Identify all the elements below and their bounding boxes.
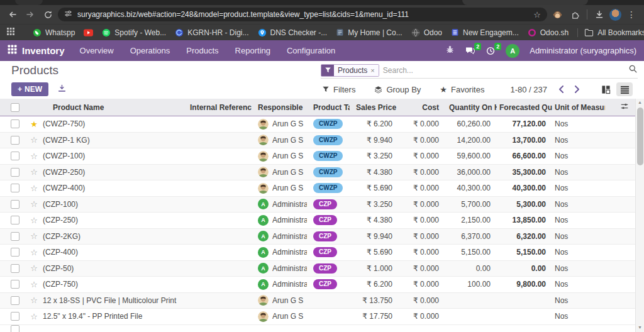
app-name[interactable]: Inventory [22, 45, 65, 56]
favorite-star-icon[interactable]: ☆ [29, 296, 39, 305]
activities-button[interactable]: 2 [486, 46, 496, 56]
bookmark-item[interactable] [84, 29, 93, 36]
monkey-extension-icon[interactable] [550, 7, 565, 22]
user-name[interactable]: Administrator (suryagraphics) [530, 46, 636, 55]
menu-reporting[interactable]: Reporting [235, 46, 270, 55]
favorite-star-icon[interactable]: ☆ [29, 167, 39, 177]
browser-tab[interactable] [15, 0, 43, 5]
bookmark-star-icon[interactable]: ☆ [533, 10, 541, 19]
row-checkbox[interactable] [11, 312, 19, 321]
row-checkbox[interactable] [11, 168, 19, 177]
table-row[interactable]: ☆(CWZP-1 KG)Arun G SCWZP₹ 9.940₹ 0.00014… [0, 133, 635, 149]
table-row-partial[interactable] [0, 325, 635, 332]
bookmark-item[interactable]: KGRN-HR - Digi... [175, 28, 248, 37]
favorite-star-icon[interactable]: ☆ [29, 184, 39, 193]
filters-button[interactable]: Filters [322, 85, 355, 94]
table-row[interactable]: ☆12 x 18-SS | PVC File | Multicolour Pri… [0, 293, 635, 309]
group-by-button[interactable]: Group By [374, 85, 421, 94]
kanban-view-icon[interactable] [597, 82, 614, 96]
vertical-scrollbar[interactable]: ▲ ▼ [635, 99, 644, 332]
col-internal-reference[interactable]: Internal Reference [184, 103, 252, 112]
facet-remove-icon[interactable]: × [370, 67, 374, 74]
address-bar[interactable]: suryagraphics.biz/web#action=248&model=p… [58, 8, 547, 21]
favorite-star-icon[interactable]: ☆ [29, 263, 39, 273]
row-checkbox[interactable] [11, 248, 19, 257]
col-product-tag[interactable]: Product Ta... [307, 103, 350, 112]
favorite-star-icon[interactable]: ☆ [29, 231, 39, 241]
menu-products[interactable]: Products [186, 46, 218, 55]
row-checkbox[interactable] [11, 280, 19, 289]
row-checkbox[interactable] [11, 232, 19, 241]
favorite-star-icon[interactable]: ☆ [29, 135, 39, 145]
table-row[interactable]: ★(CWZP-750)Arun G SCWZP₹ 6.200₹ 0.00060,… [0, 116, 635, 133]
row-checkbox[interactable] [11, 200, 19, 209]
browser-profile-avatar[interactable] [609, 9, 621, 21]
table-row[interactable]: ☆(CWZP-400)Arun G SCWZP₹ 5.690₹ 0.00040,… [0, 180, 635, 197]
table-row[interactable]: ☆(CWZP-100)Arun G SCWZP₹ 3.250₹ 0.00059,… [0, 148, 635, 165]
messages-button[interactable]: 2 [465, 46, 475, 55]
row-checkbox[interactable] [11, 119, 19, 128]
row-checkbox[interactable] [11, 296, 19, 305]
optional-columns-icon[interactable] [605, 102, 635, 113]
bookmark-item[interactable]: Spotify - Web... [102, 28, 166, 37]
pager-prev-icon[interactable] [556, 84, 567, 94]
scroll-down-icon[interactable]: ▼ [638, 324, 642, 331]
bookmark-item[interactable]: Whatspp [33, 28, 75, 37]
row-checkbox[interactable] [11, 216, 19, 224]
menu-configuration[interactable]: Configuration [287, 46, 335, 55]
extensions-puzzle-icon[interactable] [567, 7, 582, 22]
user-avatar[interactable]: A [506, 44, 519, 58]
list-view-icon[interactable] [616, 82, 633, 96]
menu-operations[interactable]: Operations [130, 46, 170, 55]
favorite-star-icon[interactable]: ☆ [29, 280, 39, 289]
table-row[interactable]: ☆(CZP-250)AAdministratorCZP₹ 4.380₹ 0.00… [0, 213, 635, 229]
browser-menu-icon[interactable]: ⋮ [624, 7, 639, 22]
col-product-name[interactable]: Product Name [29, 103, 184, 112]
forward-icon[interactable] [23, 7, 38, 22]
favorite-star-icon[interactable]: ☆ [29, 199, 39, 209]
table-row[interactable]: ☆(CZP-400)AAdministratorCZP₹ 5.690₹ 0.00… [0, 245, 635, 261]
all-bookmarks-button[interactable]: All Bookmarks [584, 28, 644, 37]
col-unit-of-measure[interactable]: Unit of Measure [552, 103, 605, 112]
table-row[interactable]: ☆12.5" x 19.4" - PP Printed FileArun G S… [0, 309, 635, 325]
url-text[interactable]: suryagraphics.biz/web#action=248&model=p… [77, 10, 528, 19]
menu-overview[interactable]: Overview [80, 46, 114, 55]
row-checkbox[interactable] [11, 152, 19, 160]
odoo-apps-menu-icon[interactable] [8, 45, 17, 57]
debug-bug-icon[interactable] [445, 45, 455, 57]
col-responsible[interactable]: Responsible [252, 103, 307, 112]
favorite-star-icon[interactable]: ☆ [29, 248, 39, 257]
table-row[interactable]: ☆(CZP-750)AAdministratorCZP₹ 6.200₹ 0.00… [0, 277, 635, 293]
browser-active-tab[interactable] [462, 0, 588, 5]
new-button[interactable]: + NEW [11, 82, 48, 96]
bookmark-item[interactable]: My Home | Co... [336, 28, 402, 37]
site-info-icon[interactable] [64, 9, 72, 20]
favorite-star-icon[interactable]: ☆ [29, 152, 39, 161]
search-input[interactable]: Search... [383, 66, 625, 75]
search-facet[interactable]: Products × [321, 64, 379, 77]
col-sales-price[interactable]: Sales Price [350, 103, 399, 112]
search-bar[interactable]: Products × Search... [321, 64, 638, 79]
favorites-button[interactable]: ★ Favorites [440, 85, 484, 94]
bookmark-item[interactable]: DNS Checker -... [258, 28, 328, 37]
col-cost[interactable]: Cost [399, 103, 445, 112]
bookmark-item[interactable]: New Engagem... [451, 28, 519, 37]
reload-icon[interactable] [40, 7, 55, 22]
search-icon[interactable] [628, 64, 638, 76]
table-row[interactable]: ☆(CZP-2KG)AAdministratorCZP₹ 9.940₹ 0.00… [0, 229, 635, 245]
apps-grid-icon[interactable] [6, 27, 15, 38]
col-forecasted-quantity[interactable]: Forecasted Quantity [497, 103, 552, 112]
row-checkbox[interactable] [11, 325, 19, 332]
bookmark-item[interactable]: Odoo [411, 28, 442, 37]
scrollbar-thumb[interactable] [637, 108, 643, 165]
table-row[interactable]: ☆(CZP-50)AAdministratorCZP₹ 1.000₹ 0.000… [0, 261, 635, 277]
bookmark-item[interactable]: Odoo.sh [528, 28, 569, 37]
pager-next-icon[interactable] [572, 84, 582, 94]
scroll-up-icon[interactable]: ▲ [638, 99, 642, 106]
back-icon[interactable] [5, 7, 20, 22]
col-quantity-on-hand[interactable]: Quantity On Hand [445, 103, 497, 112]
favorite-star-icon-filled[interactable]: ★ [29, 119, 39, 129]
export-download-icon[interactable] [57, 84, 67, 96]
table-row[interactable]: ☆(CWZP-250)Arun G SCWZP₹ 4.380₹ 0.00036,… [0, 165, 635, 181]
favorite-star-icon[interactable]: ☆ [29, 312, 39, 321]
